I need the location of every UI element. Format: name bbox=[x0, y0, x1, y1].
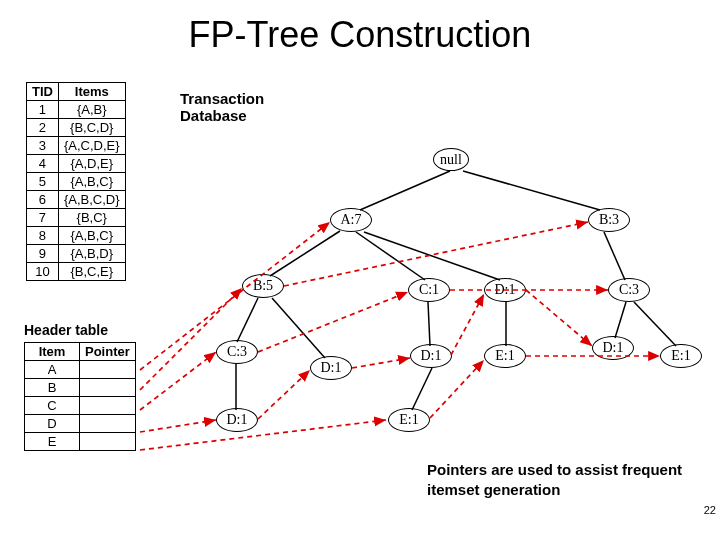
tree-node-b5: B:5 bbox=[242, 274, 284, 298]
svg-line-7 bbox=[272, 298, 325, 358]
header-table-col-pointer: Pointer bbox=[80, 343, 136, 361]
table-row: D bbox=[25, 415, 136, 433]
tree-node-null: null bbox=[433, 148, 469, 171]
svg-line-2 bbox=[270, 231, 340, 276]
svg-line-3 bbox=[356, 232, 425, 280]
svg-line-26 bbox=[430, 360, 484, 418]
svg-line-4 bbox=[364, 232, 500, 280]
tree-node-d1e: D:1 bbox=[216, 408, 258, 432]
transaction-table: TID Items 1{A,B}2{B,C,D}3{A,C,D,E}4{A,D,… bbox=[26, 82, 126, 281]
tree-node-e1b: E:1 bbox=[388, 408, 430, 432]
table-row: 5{A,B,C} bbox=[27, 173, 126, 191]
svg-line-11 bbox=[634, 302, 676, 346]
slide-number: 22 bbox=[704, 504, 716, 516]
svg-line-15 bbox=[140, 288, 242, 390]
header-table-caption: Header table bbox=[24, 322, 108, 338]
svg-line-24 bbox=[451, 294, 484, 355]
tree-node-d1b: D:1 bbox=[310, 356, 352, 380]
footer-note: Pointers are used to assist frequent ite… bbox=[427, 460, 720, 501]
svg-line-19 bbox=[284, 222, 588, 286]
table-row: 1{A,B} bbox=[27, 101, 126, 119]
table-row: B bbox=[25, 379, 136, 397]
table-row: 10{B,C,E} bbox=[27, 263, 126, 281]
header-table-col-item: Item bbox=[25, 343, 80, 361]
svg-line-16 bbox=[140, 352, 216, 410]
svg-line-5 bbox=[604, 232, 625, 280]
tree-node-c3a: C:3 bbox=[216, 340, 258, 364]
svg-line-10 bbox=[615, 302, 626, 338]
table-row: 3{A,C,D,E} bbox=[27, 137, 126, 155]
svg-line-20 bbox=[258, 292, 408, 352]
svg-line-0 bbox=[360, 171, 450, 210]
tree-node-e1c: E:1 bbox=[660, 344, 702, 368]
table-row: 9{A,B,D} bbox=[27, 245, 126, 263]
tree-node-d1c: D:1 bbox=[410, 344, 452, 368]
svg-line-6 bbox=[237, 298, 258, 342]
table-row: 4{A,D,E} bbox=[27, 155, 126, 173]
transaction-label: Transaction Database bbox=[180, 90, 264, 124]
txn-header-tid: TID bbox=[27, 83, 59, 101]
txn-header-items: Items bbox=[58, 83, 125, 101]
page-title: FP-Tree Construction bbox=[0, 14, 720, 56]
svg-line-25 bbox=[526, 290, 592, 346]
svg-line-22 bbox=[258, 370, 310, 419]
header-table: Item Pointer ABCDE bbox=[24, 342, 136, 451]
table-row: 8{A,B,C} bbox=[27, 227, 126, 245]
svg-line-23 bbox=[352, 358, 410, 368]
table-row: E bbox=[25, 433, 136, 451]
table-row: A bbox=[25, 361, 136, 379]
table-row: 2{B,C,D} bbox=[27, 119, 126, 137]
svg-line-13 bbox=[412, 368, 432, 410]
svg-line-8 bbox=[428, 302, 430, 346]
tree-node-d1a: D:1 bbox=[484, 278, 526, 302]
table-row: 7{B,C} bbox=[27, 209, 126, 227]
tree-node-c1a: C:1 bbox=[408, 278, 450, 302]
table-row: 6{A,B,C,D} bbox=[27, 191, 126, 209]
svg-line-18 bbox=[140, 420, 386, 450]
svg-line-1 bbox=[463, 171, 600, 210]
tree-node-b3: B:3 bbox=[588, 208, 630, 232]
tree-node-a7: A:7 bbox=[330, 208, 372, 232]
tree-node-c3b: C:3 bbox=[608, 278, 650, 302]
tree-node-e1a: E:1 bbox=[484, 344, 526, 368]
tree-node-d1d: D:1 bbox=[592, 336, 634, 360]
svg-line-17 bbox=[140, 420, 216, 432]
table-row: C bbox=[25, 397, 136, 415]
